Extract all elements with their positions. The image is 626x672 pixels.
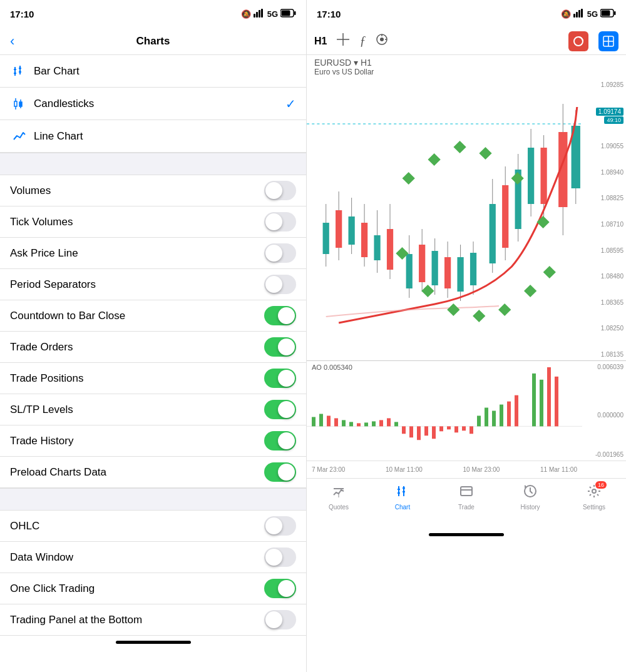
svg-rect-16 [19,102,22,106]
crosshair-icon[interactable] [337,33,349,49]
toggle-row-3: Period Separators [0,269,306,300]
toggle-6[interactable] [264,369,296,388]
toggle-row-9: Preload Charts Data [0,457,306,488]
right-status-bar: 17:10 🔕 5G [307,0,626,28]
home-bar-right [429,533,504,536]
bar-chart-item[interactable]: Bar Chart [0,55,306,88]
tab-settings[interactable]: 16 Settings [562,484,626,511]
layout-button[interactable] [598,31,618,51]
tab-history[interactable]: History [498,484,562,511]
symbol-name: EURUSD [314,58,351,68]
toggle-7[interactable] [264,400,296,419]
toggle-2[interactable] [264,243,296,263]
left-signal-icon [254,9,265,19]
indicator-button[interactable] [568,31,588,51]
svg-rect-100 [409,426,413,437]
toggle-label-0: Volumes [10,185,264,197]
svg-rect-73 [403,172,415,185]
toggle2-row-1: Data Window [0,542,306,573]
line-chart-label: Line Chart [34,130,296,143]
tab-chart-label: Chart [395,504,410,511]
line-chart-item[interactable]: Line Chart [0,120,306,153]
toggle-4[interactable] [264,306,296,325]
tab-settings-label: Settings [583,504,605,511]
main-chart-area[interactable]: 1.09285 1.09174 49:10 1.09055 1.08940 1.… [307,79,626,360]
toggle2-1[interactable] [264,547,296,567]
nav-header: ‹ Charts [0,28,306,55]
toggle2-0[interactable] [264,516,296,536]
tab-chart[interactable]: Chart [371,484,434,511]
toggle-label-3: Period Separators [10,278,264,291]
candlesticks-item[interactable]: Candlesticks ✓ [0,88,306,120]
ao-zero-price: 0.000000 [597,412,623,419]
toggle-8[interactable] [264,431,296,451]
candlesticks-checkmark: ✓ [285,96,296,111]
toggle-label-4: Countdown to Bar Close [10,310,264,322]
toggle-1[interactable] [264,212,296,232]
right-panel: 17:10 🔕 5G H1 [307,0,626,672]
tab-trade[interactable]: Trade [434,484,498,511]
toggle-label-6: Trade Positions [10,372,264,385]
svg-rect-46 [387,229,393,270]
toggle2-label-1: Data Window [10,551,264,564]
price-7: 1.08480 [585,273,623,280]
svg-rect-82 [473,310,485,322]
symbol-arrow: ▾ [354,58,361,68]
bar-chart-icon [10,64,29,78]
svg-rect-56 [457,257,463,292]
svg-rect-116 [540,380,543,427]
settings-badge: 16 [595,481,607,489]
svg-rect-85 [543,266,556,278]
svg-rect-105 [447,426,451,429]
svg-rect-68 [540,148,546,204]
toggle-group-2: OHLC Data Window One Click Trading Tradi… [0,511,306,636]
svg-rect-118 [555,377,558,427]
svg-rect-97 [387,418,391,426]
svg-rect-83 [498,303,511,316]
tab-quotes[interactable]: Quotes [307,484,371,511]
toggle2-label-3: Trading Panel at the Bottom [10,614,264,626]
svg-rect-20 [581,9,583,18]
ao-chart-svg [307,361,582,461]
svg-rect-5 [294,11,296,15]
chart-header: EURUSD ▾ H1 Euro vs US Dollar [307,55,626,79]
svg-rect-88 [319,414,323,426]
svg-rect-93 [357,423,361,426]
toggle-0[interactable] [264,181,296,200]
left-panel: 17:10 🔕 5G ‹ Chart [0,0,307,672]
svg-rect-23 [602,10,610,16]
svg-rect-54 [444,257,451,288]
svg-rect-107 [462,426,466,430]
toggle2-row-3: Trading Panel at the Bottom [0,604,306,636]
svg-rect-114 [515,395,518,427]
toggle-9[interactable] [264,462,296,482]
toggle-3[interactable] [264,275,296,294]
timeframe-label[interactable]: H1 [314,36,327,47]
toggle2-3[interactable] [264,610,296,629]
svg-rect-3 [261,9,263,18]
toggle-5[interactable] [264,337,296,357]
svg-rect-111 [492,411,496,427]
svg-rect-80 [421,285,434,297]
svg-rect-50 [419,245,425,282]
right-signal-icon [573,9,585,19]
svg-rect-44 [374,235,380,260]
back-button[interactable]: ‹ [10,33,14,49]
current-time: 49:10 [604,116,623,124]
svg-rect-78 [536,216,549,228]
time-axis: 7 Mar 23:00 10 Mar 11:00 10 Mar 23:00 11… [307,461,626,478]
left-battery-icon [280,9,296,19]
svg-rect-90 [334,418,338,426]
left-status-bar: 17:10 🔕 5G [0,0,306,28]
svg-rect-18 [576,12,578,18]
ao-indicator: AO 0.005340 0.006039 0.000000 -0.001965 [307,360,626,461]
candlestick-icon [10,97,29,111]
function-icon[interactable]: ƒ [359,34,366,48]
toggle-row-1: Tick Volumes [0,206,306,238]
home-indicator-left [0,636,306,648]
price-1: 1.09285 [585,81,623,88]
toggle2-2[interactable] [264,579,296,598]
toggle2-label-2: One Click Trading [10,583,264,595]
alert-icon[interactable] [376,33,388,49]
chart-tab-icon [395,484,410,502]
